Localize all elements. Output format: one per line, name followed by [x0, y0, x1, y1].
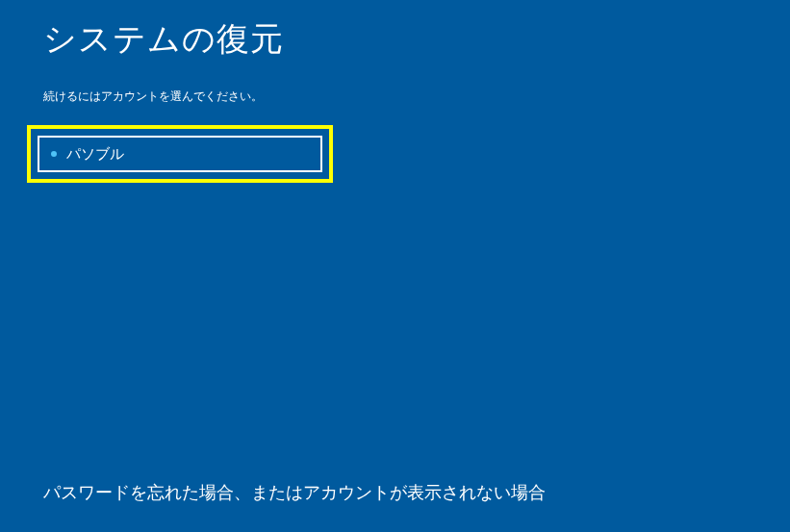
page-title: システムの復元: [43, 17, 284, 62]
instruction-text: 続けるにはアカウントを選んでください。: [43, 89, 263, 105]
highlight-annotation: パソブル: [27, 125, 333, 183]
account-item[interactable]: パソブル: [38, 136, 322, 172]
account-label: パソブル: [66, 145, 124, 164]
forgot-password-link[interactable]: パスワードを忘れた場合、またはアカウントが表示されない場合: [43, 481, 546, 504]
bullet-icon: [51, 151, 57, 157]
